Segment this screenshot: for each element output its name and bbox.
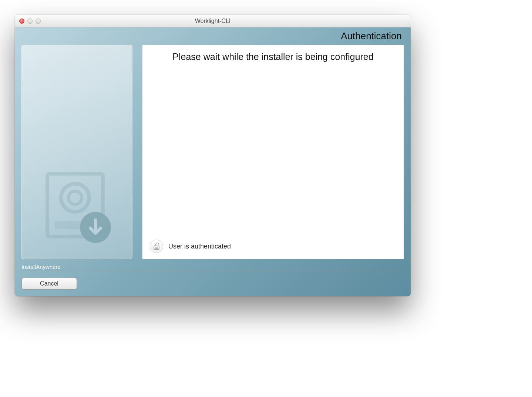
svg-rect-7 xyxy=(155,248,158,248)
install-download-icon xyxy=(36,166,118,248)
svg-point-1 xyxy=(61,184,89,212)
wait-message: Please wait while the installer is being… xyxy=(149,50,397,63)
brand-label: InstallAnywhere xyxy=(21,264,404,271)
panels: Please wait while the installer is being… xyxy=(15,43,411,261)
side-panel xyxy=(21,45,132,259)
svg-rect-5 xyxy=(154,246,159,250)
status-row: User is authenticated xyxy=(149,237,397,254)
unlock-icon xyxy=(150,240,163,253)
content-area: Authentication Please wait while the ins… xyxy=(15,27,411,296)
step-title: Authentication xyxy=(15,27,411,43)
window-title: Worklight-CLI xyxy=(15,18,411,24)
installer-window: Worklight-CLI Authentication Please xyxy=(15,15,411,296)
svg-point-2 xyxy=(68,191,82,204)
status-text: User is authenticated xyxy=(168,243,231,250)
svg-rect-6 xyxy=(155,247,158,247)
footer-divider xyxy=(21,271,404,271)
main-panel: Please wait while the installer is being… xyxy=(142,45,404,259)
cancel-button[interactable]: Cancel xyxy=(21,278,77,290)
footer: InstallAnywhere Cancel xyxy=(15,261,411,296)
titlebar: Worklight-CLI xyxy=(15,15,411,27)
